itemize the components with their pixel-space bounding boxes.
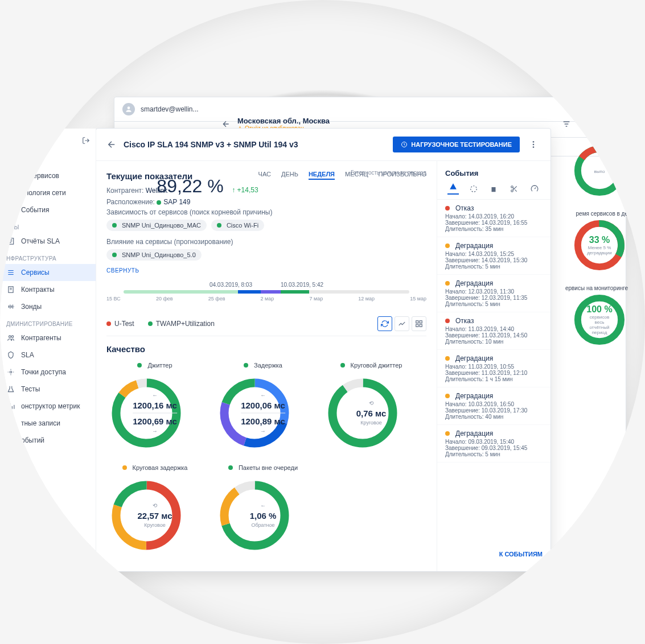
load-test-button[interactable]: НАГРУЗОЧНОЕ ТЕСТИРОВАНИЕ: [393, 137, 520, 152]
grid-view-icon[interactable]: [412, 316, 426, 331]
bell-icon: [6, 436, 15, 445]
peek-column: выпо ремя сервисов в де 33 %Менее 5 % де…: [554, 142, 628, 348]
sidebar-item-label: Контракты: [21, 286, 55, 294]
sidebar-item-label: тные записи: [21, 419, 60, 427]
svg-point-15: [10, 371, 12, 373]
period-tab[interactable]: НЕДЕЛЯ: [309, 171, 335, 180]
sidebar-item[interactable]: обытий: [0, 432, 96, 449]
sidebar-item[interactable]: Контракты: [0, 281, 96, 298]
timeline-handle-left: 04.03.2019, 8:03: [209, 282, 252, 288]
sidebar-item-label: тика: [21, 155, 35, 163]
event-end: Завершение: 10.03.2019, 17:30: [445, 407, 543, 414]
records-icon: [6, 419, 15, 428]
sidebar-item[interactable]: Контрагенты: [0, 329, 96, 346]
affects-label: Влияние на сервисы (прогнозирование): [106, 238, 426, 246]
more-icon[interactable]: [527, 138, 540, 151]
donut-label: Круговая задержка: [133, 464, 188, 471]
page-title: Cisco IP SLA 194 SNMP v3 + SNMP Util 194…: [124, 140, 298, 149]
event-item[interactable]: ДеградацияНачало: 11.03.2019, 10:55Завер…: [437, 350, 550, 387]
sidebar-item[interactable]: тные записи: [0, 415, 96, 432]
event-item[interactable]: ДеградацияНачало: 09.03.2019, 15:40Завер…: [437, 425, 550, 463]
svg-point-9: [13, 190, 14, 191]
event-item[interactable]: ДеградацияНачало: 14.03.2019, 15:25Завер…: [437, 237, 550, 275]
sidebar-item-label: Сервисы: [21, 269, 50, 276]
event-title: Отказ: [455, 317, 474, 325]
circle-icon[interactable]: [468, 183, 479, 195]
sidebar-item[interactable]: Точки доступа: [0, 364, 96, 381]
event-duration: Длительность: 35 мин: [445, 226, 543, 232]
period-tab[interactable]: ЧАС: [258, 171, 271, 180]
scissors-icon[interactable]: [508, 183, 520, 195]
svg-point-20: [533, 146, 535, 148]
bg-breadcrumb-title: Московская обл., Москва: [237, 117, 330, 125]
event-item[interactable]: ОтказНачало: 11.03.2019, 14:40Завершение…: [437, 312, 550, 350]
event-title: Деградация: [455, 354, 493, 362]
event-end: Завершение: 11.03.2019, 12:10: [445, 370, 543, 376]
event-item[interactable]: ДеградацияНачало: 12.03.2019, 11:30Завер…: [437, 275, 550, 312]
timeline-tick: 25 фев: [208, 296, 225, 302]
chart-view-icon[interactable]: [395, 316, 409, 331]
svg-point-8: [8, 190, 9, 191]
event-end: Завершение: 09.03.2019, 15:45: [445, 445, 543, 451]
event-end: Завершение: 11.03.2019, 14:50: [445, 332, 543, 338]
service-chip[interactable]: SNMP Uni_Одинцово_MAC: [106, 220, 207, 231]
sidebar-item[interactable]: SLA: [0, 346, 96, 364]
exit-icon[interactable]: [82, 137, 90, 145]
svg-point-7: [8, 156, 14, 162]
alert-icon[interactable]: [447, 183, 459, 195]
sidebar-item[interactable]: Сервисы: [0, 264, 96, 281]
sidebar-item[interactable]: Зонды: [0, 298, 96, 315]
peek-label-2: ремя сервисов в де: [554, 210, 628, 217]
timeline[interactable]: 04.03.2019, 8:03 10.03.2019, 5:42 15 ВС2…: [106, 282, 426, 302]
quality-title: Качество: [106, 344, 426, 354]
service-chip[interactable]: SNMP Uni_Одинцово_5.0: [106, 249, 202, 261]
sidebar-item-label: опология сети: [21, 189, 66, 197]
event-duration: Длительность: 5 мин: [445, 263, 543, 270]
donut-label: Задержка: [254, 362, 282, 369]
refresh-icon[interactable]: [377, 316, 392, 331]
event-title: Деградация: [455, 430, 493, 437]
collapse-link[interactable]: СВЕРНУТЬ: [106, 267, 426, 274]
timeline-tick: 20 фев: [156, 296, 173, 302]
probes-icon: [6, 302, 15, 311]
exit-icon[interactable]: [609, 105, 618, 114]
back-icon[interactable]: [221, 119, 231, 129]
sidebar-item[interactable]: Тесты: [0, 381, 96, 398]
donut-card: Пакеты вне очереди←1,06 %Обратное: [215, 464, 311, 555]
services-icon: [6, 268, 15, 277]
location-label: Расположение:: [106, 198, 155, 206]
filter-icon[interactable]: [562, 119, 571, 129]
period-tab[interactable]: ДЕНЬ: [281, 171, 298, 180]
tools-icon[interactable]: [488, 183, 499, 195]
back-icon[interactable]: [106, 139, 117, 150]
donut-label: Джиттер: [147, 362, 172, 369]
svg-point-14: [11, 336, 14, 338]
tab-utest[interactable]: U-Test: [106, 320, 134, 328]
sidebar-item[interactable]: онструктор метрик: [0, 398, 96, 415]
donut-label: Круговой джиттер: [351, 362, 402, 369]
event-start: Начало: 11.03.2019, 14:40: [445, 326, 543, 332]
contractor-label: Контрагент:: [106, 187, 143, 195]
sidebar-item[interactable]: опология сети: [0, 184, 96, 201]
sidebar-item[interactable]: тика: [0, 150, 96, 167]
event-duration: Длительность: 1 ч 15 мин: [445, 376, 543, 382]
sidebar-item[interactable]: та сервисов: [0, 167, 96, 184]
peek-sub-2: Менее 5 % деградации: [585, 245, 614, 255]
timeline-tick: 2 мар: [261, 296, 274, 302]
svg-point-10: [10, 195, 11, 196]
events-link[interactable]: К СОБЫТИЯМ: [437, 545, 550, 563]
sidebar-item[interactable]: События: [0, 201, 96, 218]
timeline-tick: 15 ВС: [106, 296, 121, 302]
service-chip[interactable]: Cisco Wi-Fi: [211, 220, 264, 231]
event-item[interactable]: ДеградацияНачало: 10.03.2019, 16:50Завер…: [437, 387, 550, 425]
sidebar-user: ...ellin...: [5, 137, 27, 144]
gauge-icon[interactable]: [529, 183, 540, 195]
search-icon[interactable]: Найти: [579, 119, 615, 129]
event-title: Деградация: [455, 392, 493, 400]
event-duration: Длительность: 5 мин: [445, 451, 543, 457]
event-duration: Длительность: 40 мин: [445, 414, 543, 420]
event-item[interactable]: ОтказНачало: 14.03.2019, 16:20Завершение…: [437, 200, 550, 237]
tab-twamp[interactable]: TWAMP+Utilization: [148, 320, 215, 328]
sidebar-item[interactable]: Отчёты SLA: [0, 233, 96, 250]
timeline-tick: 15 мар: [410, 296, 426, 302]
